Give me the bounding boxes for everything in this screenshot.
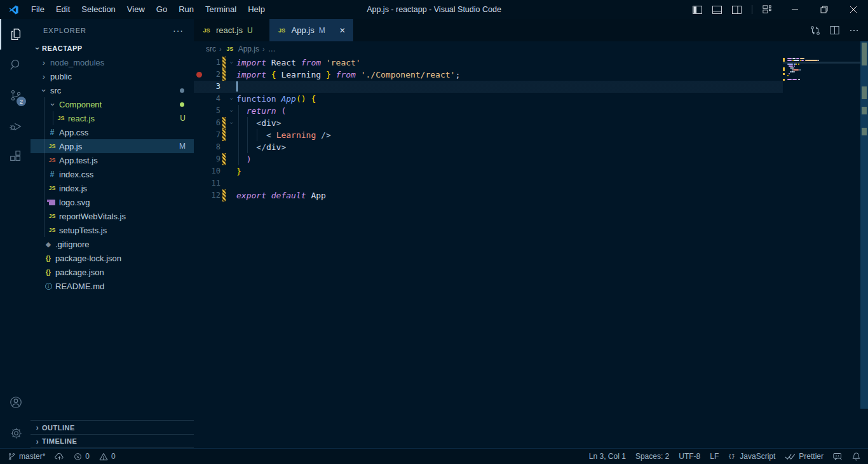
- tree-item-node-modules[interactable]: ›node_modules: [31, 55, 194, 69]
- menu-file[interactable]: File: [25, 0, 50, 19]
- menu-selection[interactable]: Selection: [76, 0, 121, 19]
- tree-item-logo-svg[interactable]: logo.svg: [31, 195, 194, 209]
- tree-item-component[interactable]: ›Component: [31, 97, 194, 111]
- breadcrumb-item-app-js[interactable]: App.js: [238, 44, 259, 53]
- more-actions-icon[interactable]: [849, 25, 859, 36]
- restore-button[interactable]: [810, 0, 839, 19]
- toggle-sidebar-icon[interactable]: [693, 6, 702, 14]
- tree-item-setuptests-js[interactable]: JSsetupTests.js: [31, 223, 194, 237]
- tree-item-gitignore[interactable]: ◆.gitignore: [31, 237, 194, 251]
- tree-item-package-json[interactable]: {}package.json: [31, 265, 194, 279]
- language-mode[interactable]: {̃}JavaScript: [728, 452, 775, 461]
- tab-react-js[interactable]: JSreact.jsU: [194, 19, 269, 41]
- outline-section[interactable]: › OUTLINE: [31, 420, 194, 434]
- tree-item-label: App.css: [59, 128, 88, 137]
- tree-item-label: reportWebVitals.js: [59, 212, 126, 221]
- tree-item-react-js[interactable]: JSreact.jsU: [31, 111, 194, 125]
- tree-item-app-test-js[interactable]: JSApp.test.js: [31, 153, 194, 167]
- explorer-icon[interactable]: [0, 19, 31, 50]
- toggle-secondary-sidebar-icon[interactable]: [732, 6, 742, 14]
- publish-changes[interactable]: [55, 453, 64, 461]
- extensions-icon[interactable]: [0, 141, 31, 172]
- git-status-badge: M: [179, 142, 186, 151]
- tree-item-readme-md[interactable]: iREADME.md: [31, 279, 194, 293]
- menu-help[interactable]: Help: [242, 0, 271, 19]
- close-button[interactable]: [839, 0, 868, 19]
- cursor-position[interactable]: Ln 3, Col 1: [589, 452, 626, 461]
- split-editor-icon[interactable]: [830, 25, 839, 35]
- fold-chevron-icon[interactable]: ›: [227, 57, 236, 69]
- menu-view[interactable]: View: [121, 0, 151, 19]
- search-icon[interactable]: [0, 50, 31, 80]
- accounts-icon[interactable]: [0, 387, 31, 418]
- menu-go[interactable]: Go: [151, 0, 173, 19]
- menu-edit[interactable]: Edit: [50, 0, 76, 19]
- source-control-icon[interactable]: 2: [0, 80, 31, 111]
- encoding[interactable]: UTF-8: [679, 452, 700, 461]
- menu-run[interactable]: Run: [173, 0, 200, 19]
- code-line-2[interactable]: 2import { Learning } from './Component/r…: [194, 69, 868, 81]
- code-line-10[interactable]: 10}: [194, 165, 868, 177]
- run-and-debug-icon[interactable]: [0, 111, 31, 141]
- tree-item-reportwebvitals-js[interactable]: JSreportWebVitals.js: [31, 209, 194, 223]
- toggle-panel-icon[interactable]: [712, 6, 722, 14]
- code-line-12[interactable]: 12export default App: [194, 189, 868, 201]
- fold-chevron-icon[interactable]: ›: [227, 93, 236, 105]
- code-line-5[interactable]: 5› return (: [194, 105, 868, 117]
- git-branch-status[interactable]: master*: [8, 452, 45, 461]
- close-tab-icon[interactable]: ✕: [339, 26, 346, 35]
- tree-item-index-js[interactable]: JSindex.js: [31, 181, 194, 195]
- tree-item-public[interactable]: ›public: [31, 69, 194, 83]
- fold-chevron-icon[interactable]: ›: [227, 117, 236, 129]
- git-status-dot: [180, 88, 184, 93]
- tree-item-label: react.js: [68, 114, 95, 123]
- indent-guide: [247, 117, 248, 153]
- editor-scrollbar[interactable]: [860, 41, 868, 409]
- js-file-icon: JS: [277, 27, 287, 34]
- feedback[interactable]: [833, 453, 843, 461]
- js-file-icon: JS: [225, 46, 235, 52]
- code-line-8[interactable]: 8 </div>: [194, 141, 868, 153]
- customize-layout-icon[interactable]: [763, 5, 771, 14]
- language-mode-label: JavaScript: [740, 452, 775, 461]
- breakpoint-icon[interactable]: [194, 69, 204, 81]
- minimap[interactable]: [783, 58, 860, 249]
- code-line-9[interactable]: 9 ): [194, 153, 868, 165]
- error-count[interactable]: 0: [74, 452, 90, 461]
- warning-count[interactable]: 0: [99, 452, 116, 461]
- tab-bar: JSreact.jsUJSApp.jsM✕: [194, 19, 868, 41]
- menu-terminal[interactable]: Terminal: [200, 0, 242, 19]
- breadcrumb[interactable]: src›JSApp.js›…: [194, 41, 868, 57]
- sidebar-bottom-sections: › OUTLINE › TIMELINE: [31, 420, 194, 448]
- modified-line-indicator: [220, 129, 227, 141]
- open-changes-icon[interactable]: [810, 25, 820, 36]
- indentation[interactable]: Spaces: 2: [635, 452, 669, 461]
- tree-item-app-js[interactable]: JSApp.jsM: [31, 139, 194, 153]
- code-line-11[interactable]: 11: [194, 177, 868, 189]
- code-line-4[interactable]: 4›function App() {: [194, 93, 868, 105]
- breadcrumb-item-src[interactable]: src: [206, 44, 216, 53]
- line-number: 2: [204, 69, 220, 81]
- explorer-more-actions-icon[interactable]: ···: [173, 25, 184, 36]
- timeline-section[interactable]: › TIMELINE: [31, 434, 194, 448]
- code-line-3[interactable]: 3: [194, 81, 868, 93]
- code-editor[interactable]: 1›import React from 'react'2import { Lea…: [194, 57, 868, 448]
- code-line-1[interactable]: 1›import React from 'react': [194, 57, 868, 69]
- manage-gear-icon[interactable]: [0, 418, 31, 448]
- tree-item-src[interactable]: ›src: [31, 83, 194, 97]
- tree-item-package-lock-json[interactable]: {}package-lock.json: [31, 251, 194, 265]
- breakpoint-gutter: [194, 153, 204, 165]
- eol-sequence[interactable]: LF: [710, 452, 719, 461]
- code-line-7[interactable]: 7 < Learning />: [194, 129, 868, 141]
- minimize-button[interactable]: [780, 0, 810, 19]
- svg-file-icon: [47, 200, 57, 205]
- breadcrumb-item-[interactable]: …: [268, 44, 276, 53]
- fold-chevron-icon[interactable]: ›: [227, 105, 236, 117]
- notifications[interactable]: [852, 452, 860, 461]
- tab-app-js[interactable]: JSApp.jsM✕: [269, 19, 354, 41]
- project-root-row[interactable]: › REACTAPP: [31, 41, 194, 55]
- formatter-prettier[interactable]: Prettier: [785, 452, 824, 461]
- tree-item-app-css[interactable]: #App.css: [31, 125, 194, 139]
- tree-item-index-css[interactable]: #index.css: [31, 167, 194, 181]
- code-line-6[interactable]: 6› <div>: [194, 117, 868, 129]
